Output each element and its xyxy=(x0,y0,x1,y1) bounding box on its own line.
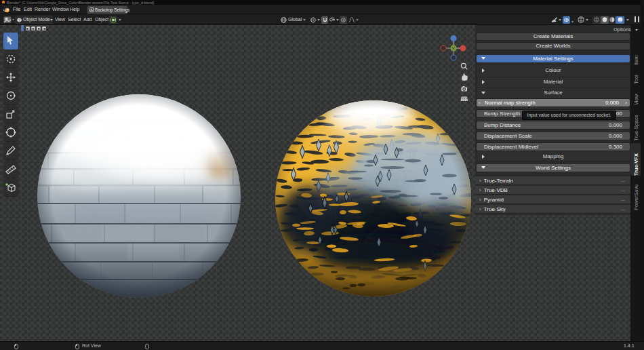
svg-text:Y: Y xyxy=(452,46,456,51)
